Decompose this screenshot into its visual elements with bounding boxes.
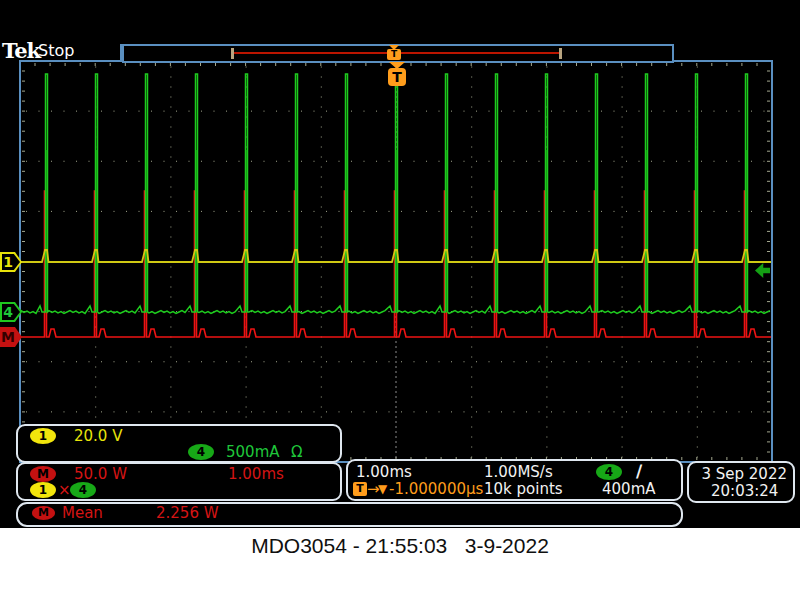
wave-inspector-trigger-icon: T (387, 45, 401, 61)
wave-inspector-bar: T (122, 44, 674, 63)
scope-display: Tek Stop T T 1 4 M (0, 0, 800, 528)
ch4-impedance: Ω (291, 443, 302, 461)
wave-inspector-left-bracket (231, 48, 234, 59)
measurement-readout: M Mean 2.256 W (16, 502, 683, 527)
ch4-scale: 500mA (226, 443, 280, 461)
record-length: 10k points (484, 480, 563, 498)
caption-area: MDO3054 - 21:55:03 3-9-2022 (0, 528, 800, 600)
math-marker: M (0, 327, 22, 347)
channel-4-marker: 4 (0, 302, 22, 322)
math-marker-label: M (0, 328, 16, 346)
time-value: 20:03:24 (711, 482, 778, 500)
trigger-t-badge: T (353, 482, 367, 496)
horizontal-trigger-readout: 1.00ms 1.00MS/s 4 ∕ T → ▼ -1.000000µs 10… (346, 459, 683, 501)
trigger-source-badge: 4 (596, 464, 622, 480)
math-badge: M (30, 466, 56, 482)
math-operator: × (58, 481, 71, 499)
datetime-readout: 3 Sep 2022 20:03:24 (687, 461, 795, 503)
timebase: 1.00ms (356, 463, 412, 481)
trigger-slope-icon: ∕ (636, 461, 642, 481)
ch4-badge: 4 (188, 444, 214, 460)
trigger-t-icon: T (387, 49, 401, 60)
wave-inspector-right-bracket (559, 48, 562, 59)
channel-1-marker-label: 1 (0, 253, 16, 271)
acquisition-status: Stop (38, 41, 74, 60)
ch1-badge: 1 (30, 428, 56, 444)
sample-rate: 1.00MS/s (484, 463, 553, 481)
channel-4-marker-label: 4 (0, 303, 16, 321)
math-scale: 50.0 W (74, 465, 127, 483)
oscilloscope-screenshot: Tek Stop T T 1 4 M (0, 0, 800, 600)
screenshot-caption: MDO3054 - 21:55:03 3-9-2022 (0, 534, 800, 558)
trigger-position-t-icon: T (388, 68, 406, 86)
tek-logo: Tek (2, 38, 40, 63)
math-timebase: 1.00ms (228, 465, 284, 483)
trigger-position-flag: T (388, 62, 406, 88)
math-readout: M 50.0 W 1.00ms 1 × 4 (16, 462, 342, 501)
math-source-a-badge: 1 (30, 482, 56, 498)
date-value: 3 Sep 2022 (701, 465, 787, 483)
measurement-name: Mean (62, 504, 103, 522)
math-source-b-badge: 4 (70, 482, 96, 498)
vertical-scale-readout: 1 20.0 V 4 500mA Ω (16, 424, 342, 463)
measurement-value: 2.256 W (156, 504, 219, 522)
ch1-scale: 20.0 V (74, 427, 122, 445)
trigger-marker-glyph: ▼ (378, 482, 387, 496)
measurement-badge: M (32, 506, 55, 520)
trigger-position: -1.000000µs (389, 480, 483, 498)
channel-1-marker: 1 (0, 252, 22, 272)
trigger-level: 400mA (602, 480, 656, 498)
